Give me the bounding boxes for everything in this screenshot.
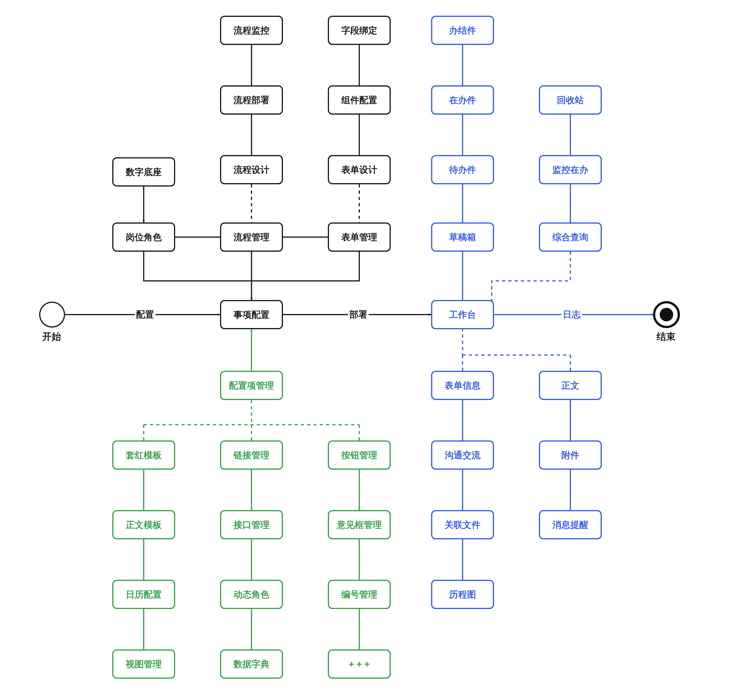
node-item-config: 事项配置 <box>220 300 283 329</box>
edge-label-log: 日志 <box>561 308 582 321</box>
node-process-monitor: 流程监控 <box>220 16 283 45</box>
node-interface-manage: 接口管理 <box>220 510 283 539</box>
node-draft-box: 草稿箱 <box>431 222 494 252</box>
node-history-chart: 历程图 <box>431 580 494 609</box>
node-form-manage: 表单管理 <box>328 222 391 252</box>
node-comprehensive-query: 综合查询 <box>539 222 602 252</box>
start-terminal <box>40 302 65 327</box>
node-opinion-box-manage: 意见框管理 <box>328 510 391 539</box>
node-todo: 待办件 <box>431 155 494 184</box>
node-message-reminder: 消息提醒 <box>539 510 602 539</box>
node-main-text: 正文 <box>539 371 602 400</box>
node-body-template: 正文模板 <box>112 510 175 539</box>
node-process-design: 流程设计 <box>220 155 283 184</box>
node-dynamic-role: 动态角色 <box>220 580 283 609</box>
node-completed: 办结件 <box>431 16 494 45</box>
node-component-config: 组件配置 <box>328 85 391 115</box>
node-red-template: 套红模板 <box>112 440 175 470</box>
node-attachment: 附件 <box>539 440 602 470</box>
start-label: 开始 <box>42 330 61 343</box>
node-communication: 沟通交流 <box>431 440 494 470</box>
edge-label-configure: 配置 <box>135 308 156 321</box>
node-form-info: 表单信息 <box>431 371 494 400</box>
edge-label-deploy: 部署 <box>348 308 369 321</box>
node-data-dict: 数据字典 <box>220 649 283 679</box>
node-view-manage: 视图管理 <box>112 649 175 679</box>
node-recycle-bin: 回收站 <box>539 85 602 115</box>
node-number-manage: 编号管理 <box>328 580 391 609</box>
node-button-manage: 按钮管理 <box>328 440 391 470</box>
end-terminal-inner <box>660 308 673 321</box>
node-link-manage: 链接管理 <box>220 440 283 470</box>
node-field-bind: 字段绑定 <box>328 16 391 45</box>
node-calendar-config: 日历配置 <box>112 580 175 609</box>
node-more: + + + <box>328 649 391 679</box>
node-monitor-pending: 监控在办 <box>539 155 602 184</box>
node-form-design: 表单设计 <box>328 155 391 184</box>
node-process-manage: 流程管理 <box>220 222 283 252</box>
node-in-progress: 在办件 <box>431 85 494 115</box>
node-post-role: 岗位角色 <box>112 222 175 252</box>
node-workbench: 工作台 <box>431 300 494 329</box>
node-related-files: 关联文件 <box>431 510 494 539</box>
end-label: 结束 <box>657 330 675 343</box>
node-config-item-manage: 配置项管理 <box>220 371 283 400</box>
node-process-deploy: 流程部署 <box>220 85 283 115</box>
diagram-stage: 开始 结束 配置 部署 日志 数字底座 岗位角色 流程监控 流程部署 流程设计 … <box>0 0 741 700</box>
node-digital-base: 数字底座 <box>112 157 175 187</box>
